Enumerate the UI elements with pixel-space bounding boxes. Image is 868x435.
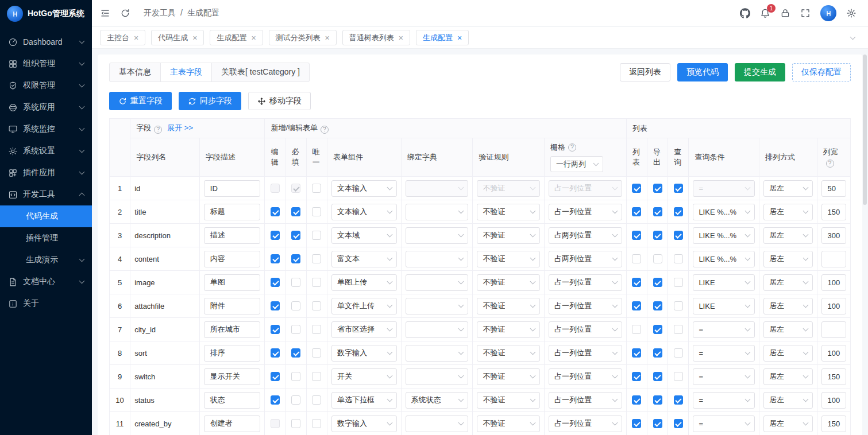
unique-checkbox[interactable] xyxy=(312,231,321,240)
required-checkbox[interactable] xyxy=(291,254,300,263)
tab-related-table[interactable]: 关联表[ testCategory ] xyxy=(211,63,310,82)
col-width-input[interactable]: 100 xyxy=(821,392,846,409)
field-desc-input[interactable]: 显示开关 xyxy=(204,368,261,385)
list-checkbox[interactable] xyxy=(632,207,641,216)
grid-select[interactable]: 占一列位置 xyxy=(549,298,622,314)
query-checkbox[interactable] xyxy=(674,348,683,358)
export-checkbox[interactable] xyxy=(653,325,662,334)
list-checkbox[interactable] xyxy=(632,419,641,428)
help-icon[interactable]: ? xyxy=(154,126,162,134)
validation-rule-select[interactable]: 不验证 xyxy=(477,345,540,362)
edit-checkbox[interactable] xyxy=(271,395,280,405)
submit-generate-button[interactable]: 提交生成 xyxy=(735,63,785,81)
breadcrumb-page[interactable]: 生成配置 xyxy=(187,8,219,18)
sidebar-item[interactable]: 系统监控 xyxy=(0,118,92,140)
unique-checkbox[interactable] xyxy=(312,301,321,310)
required-checkbox[interactable] xyxy=(291,395,300,405)
col-width-input[interactable]: 100 xyxy=(821,345,846,362)
sidebar-item[interactable]: 插件管理 xyxy=(0,227,92,249)
edit-checkbox[interactable] xyxy=(271,348,280,358)
close-icon[interactable]: × xyxy=(192,34,197,42)
query-checkbox[interactable] xyxy=(674,207,683,216)
list-checkbox[interactable] xyxy=(632,301,641,310)
form-component-select[interactable]: 开关 xyxy=(331,368,397,385)
form-component-select[interactable]: 单图上传 xyxy=(331,274,397,291)
query-checkbox[interactable] xyxy=(674,184,683,193)
validation-rule-select[interactable]: 不验证 xyxy=(477,321,540,338)
sidebar-item[interactable]: 代码生成 xyxy=(0,205,92,227)
query-condition-select[interactable]: = xyxy=(693,345,755,362)
tab-chip[interactable]: 主控台× xyxy=(100,30,145,45)
refresh-icon[interactable] xyxy=(120,8,130,18)
field-desc-input[interactable]: 标题 xyxy=(204,204,261,220)
export-checkbox[interactable] xyxy=(653,207,662,216)
form-component-select[interactable]: 文本输入 xyxy=(331,204,397,220)
fullscreen-icon[interactable] xyxy=(800,8,811,18)
unique-checkbox[interactable] xyxy=(312,207,321,216)
close-icon[interactable]: × xyxy=(399,34,403,42)
edit-checkbox[interactable] xyxy=(271,325,280,334)
tab-chip[interactable]: 生成配置× xyxy=(416,30,469,45)
tab-basic-info[interactable]: 基本信息 xyxy=(109,63,161,82)
field-desc-input[interactable]: 描述 xyxy=(204,227,261,244)
form-component-select[interactable]: 单选下拉框 xyxy=(331,392,397,409)
help-icon[interactable]: ? xyxy=(321,126,329,134)
unique-checkbox[interactable] xyxy=(312,325,321,334)
query-condition-select[interactable]: = xyxy=(693,368,755,385)
unique-checkbox[interactable] xyxy=(312,184,321,193)
grid-select[interactable]: 占一列位置 xyxy=(549,415,622,432)
reset-fields-button[interactable]: 重置字段 xyxy=(109,92,172,110)
align-select[interactable]: 居左 xyxy=(763,274,813,291)
preview-code-button[interactable]: 预览代码 xyxy=(677,63,728,81)
field-desc-input[interactable]: ID xyxy=(204,180,261,197)
close-icon[interactable]: × xyxy=(457,34,462,42)
close-icon[interactable]: × xyxy=(325,34,330,42)
align-select[interactable]: 居左 xyxy=(763,415,813,432)
user-avatar[interactable] xyxy=(820,5,836,21)
grid-select[interactable]: 占一列位置 xyxy=(549,204,622,220)
bind-dict-select[interactable] xyxy=(406,321,469,338)
lock-icon[interactable] xyxy=(780,8,790,18)
settings-gear-icon[interactable] xyxy=(846,8,857,18)
list-checkbox[interactable] xyxy=(632,372,641,381)
expand-fields-link[interactable]: 展开 >> xyxy=(167,123,193,132)
github-icon[interactable] xyxy=(740,8,750,18)
export-checkbox[interactable] xyxy=(653,231,662,240)
query-checkbox[interactable] xyxy=(674,419,683,428)
list-checkbox[interactable] xyxy=(632,348,641,358)
export-checkbox[interactable] xyxy=(653,184,662,193)
col-width-input[interactable]: 100 xyxy=(821,274,846,291)
query-condition-select[interactable]: = xyxy=(693,392,755,409)
col-width-input[interactable]: 150 xyxy=(821,368,846,385)
sidebar-item[interactable]: Dashboard xyxy=(0,31,92,53)
required-checkbox[interactable] xyxy=(291,325,300,334)
query-condition-select[interactable]: = xyxy=(693,321,755,338)
edit-checkbox[interactable] xyxy=(271,207,280,216)
validation-rule-select[interactable]: 不验证 xyxy=(477,227,540,244)
query-checkbox[interactable] xyxy=(674,301,683,310)
align-select[interactable]: 居左 xyxy=(763,368,813,385)
edit-checkbox[interactable] xyxy=(271,372,280,381)
sidebar-item[interactable]: 生成演示 xyxy=(0,249,92,271)
edit-checkbox[interactable] xyxy=(271,301,280,310)
notification-bell[interactable]: 1 xyxy=(760,8,770,18)
grid-select[interactable]: 占一列位置 xyxy=(549,392,622,409)
form-component-select[interactable]: 文本域 xyxy=(331,227,397,244)
required-checkbox[interactable] xyxy=(291,207,300,216)
query-checkbox[interactable] xyxy=(674,231,683,240)
bind-dict-select[interactable] xyxy=(406,345,469,362)
export-checkbox[interactable] xyxy=(653,395,662,405)
grid-select[interactable]: 占一列位置 xyxy=(549,274,622,291)
grid-select[interactable]: 占两列位置 xyxy=(549,227,622,244)
field-desc-input[interactable]: 状态 xyxy=(204,392,261,409)
col-width-input[interactable]: 150 xyxy=(821,415,846,432)
tab-chip[interactable]: 测试分类列表× xyxy=(269,30,337,45)
tab-chip[interactable]: 代码生成× xyxy=(151,30,204,45)
sidebar-item[interactable]: 插件应用 xyxy=(0,162,92,184)
bind-dict-select[interactable] xyxy=(406,204,469,220)
menu-collapse-icon[interactable] xyxy=(100,8,110,18)
query-checkbox[interactable] xyxy=(674,325,683,334)
align-select[interactable]: 居左 xyxy=(763,204,813,220)
field-desc-input[interactable]: 单图 xyxy=(204,274,261,291)
sidebar-item[interactable]: 开发工具 xyxy=(0,184,92,205)
